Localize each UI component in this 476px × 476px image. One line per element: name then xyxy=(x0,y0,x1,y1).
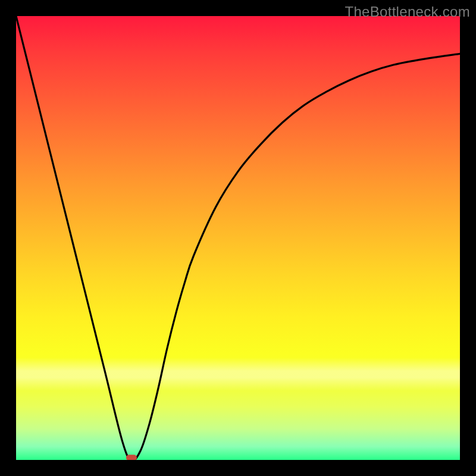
chart-frame xyxy=(16,16,460,460)
bottleneck-curve-svg xyxy=(16,16,460,460)
watermark-text: TheBottleneck.com xyxy=(345,4,470,20)
optimum-marker xyxy=(126,455,137,460)
bottleneck-curve-path xyxy=(16,16,460,460)
